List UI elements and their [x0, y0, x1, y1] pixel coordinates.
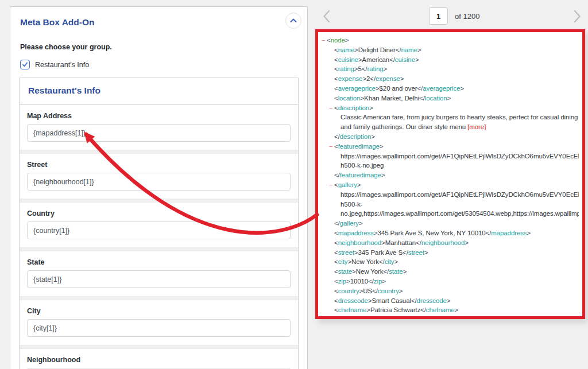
xml-line: −<description> [322, 103, 579, 113]
field-row: State [20, 251, 298, 297]
field-label: Street [27, 161, 291, 169]
xml-line: <cuisine>American</cuisine> [322, 55, 579, 65]
xml-line: <zip>10010</zip> [322, 277, 579, 286]
xml-line: h500-k-no.jpeg [322, 161, 579, 170]
collapse-panel-button[interactable] [285, 13, 301, 29]
group-checkbox[interactable] [20, 60, 30, 69]
xml-line: </description> [322, 132, 579, 142]
xml-line: <location>Khan Market, Delhi</location> [322, 94, 579, 103]
group-checkbox-row[interactable]: Restaurant's Info [20, 60, 299, 69]
xml-line: <street>345 Park Ave S</street> [322, 248, 579, 258]
xml-line: <expense>2</expense> [322, 74, 579, 84]
collapse-minus-icon[interactable]: − [322, 36, 327, 45]
xml-line: <mapaddress>345 Park Ave S, New York, NY… [322, 228, 579, 238]
record-count-label: of 1200 [455, 12, 479, 21]
chevron-left-icon [321, 9, 332, 24]
checkmark-icon [22, 61, 28, 68]
collapse-minus-icon[interactable]: − [329, 180, 334, 190]
field-label: State [27, 258, 291, 266]
xml-line: <country>US</country> [322, 286, 579, 296]
record-navigation: of 1200 [315, 7, 585, 26]
xml-line: </featuredimage> [322, 170, 579, 180]
group-checkbox-label: Restaurant's Info [35, 61, 89, 69]
xml-line: <chefname>Patricia Schwartz</chefname> [322, 305, 579, 315]
xml-line: <averageprice>$20 and over</averageprice… [322, 84, 579, 94]
xml-line: −<featuredimage> [322, 142, 579, 152]
field-label: Neighbourhood [27, 356, 291, 364]
collapse-minus-icon[interactable]: − [329, 103, 334, 113]
xml-line: −<node> [322, 36, 579, 45]
field-row: Map Address [20, 104, 298, 150]
xml-preview: −<node><name>Delight Diner</name><cuisin… [315, 29, 585, 319]
xml-line: <neighbourhood>Manhattan</neighbourhood> [322, 238, 579, 248]
xml-line: <city>New York</city> [322, 257, 579, 267]
previous-record-button[interactable] [321, 9, 332, 24]
xml-line: h500-k- [322, 200, 579, 209]
next-record-button[interactable] [571, 9, 583, 24]
xml-line: </gallery> [322, 219, 579, 228]
xml-line: −<gallery> [322, 180, 579, 190]
xml-line: https://images.wpallimport.com/get/AF1Qi… [322, 152, 579, 161]
field-label: Country [27, 209, 291, 217]
xml-line: <dresscode>Smart Casual</dresscode> [322, 296, 579, 306]
field-row: City [20, 300, 298, 345]
chevron-up-icon [289, 18, 297, 24]
choose-group-text: Please choose your group. [20, 43, 299, 51]
record-number-input[interactable] [429, 7, 448, 25]
field-input[interactable] [27, 173, 291, 191]
restaurants-info-section: Restaurant's Info Map AddressStreetCount… [19, 77, 299, 369]
field-label: City [27, 307, 291, 315]
xml-line: Classic American fare, from juicy burger… [322, 112, 579, 132]
field-input[interactable] [27, 124, 291, 142]
xml-line: <rating>5</rating> [322, 64, 579, 74]
meta-box-panel: Meta Box Add-On Please choose your group… [10, 6, 308, 369]
collapse-minus-icon[interactable]: − [329, 142, 334, 152]
field-input[interactable] [27, 270, 291, 288]
xml-line: <name>Delight Diner</name> [322, 45, 579, 55]
field-input[interactable] [27, 222, 291, 239]
xml-line: <state>New York</state> [322, 267, 579, 277]
field-row: Neighbourhood [20, 348, 298, 369]
field-input[interactable] [27, 319, 291, 337]
section-title: Restaurant's Info [20, 77, 298, 104]
xml-lines: −<node><name>Delight Diner</name><cuisin… [322, 36, 579, 315]
field-label: Map Address [27, 112, 291, 120]
panel-title: Meta Box Add-On [20, 17, 299, 28]
fields-list: Map AddressStreetCountryStateCityNeighbo… [20, 104, 298, 369]
chevron-right-icon [571, 9, 583, 24]
xml-line: no.jpeg,https://images.wpallimport.com/g… [322, 209, 579, 219]
field-row: Street [20, 153, 298, 199]
xml-line: https://images.wpallimport.com/get/AF1Qi… [322, 190, 579, 200]
more-link[interactable]: [more] [466, 123, 486, 130]
field-row: Country [20, 202, 298, 248]
